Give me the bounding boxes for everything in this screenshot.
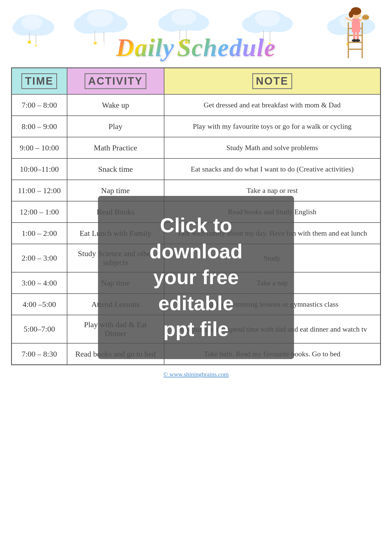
td-note-7: Study <box>164 244 381 272</box>
svg-point-2 <box>28 19 54 36</box>
td-note-11: Take bath. Read my favourite books. Go t… <box>164 343 381 365</box>
schedule-table: TIME ACTIVITY NOTE 7:00 – 8:00Wake upGet… <box>11 67 381 365</box>
svg-rect-47 <box>352 19 360 32</box>
td-note-9: Attend swimming lessons or gymnastics cl… <box>164 294 381 315</box>
th-activity-label: ACTIVITY <box>85 73 146 89</box>
th-note: NOTE <box>164 68 381 95</box>
svg-rect-38 <box>348 22 349 58</box>
td-time-11: 7:00 – 8:30 <box>12 343 67 365</box>
td-time-10: 5:00–7:00 <box>12 315 67 343</box>
svg-text:⭐: ⭐ <box>93 41 98 45</box>
td-note-5: Read books and Study English <box>164 201 381 223</box>
table-header-row: TIME ACTIVITY NOTE <box>12 68 381 95</box>
td-note-0: Get dressed and eat breakfast with mom &… <box>164 94 381 116</box>
table-row: 11:00 – 12:00Nap timeTake a nap or rest <box>12 180 381 201</box>
svg-point-5 <box>28 41 31 44</box>
table-row: 7:00 – 8:30Read books and go to bedTake … <box>12 343 381 365</box>
page-wrapper: ★ ⭐ ☽ ★ <box>0 0 392 555</box>
svg-text:☽: ☽ <box>102 42 105 46</box>
schedule-tbody: 7:00 – 8:00Wake upGet dressed and eat br… <box>12 94 381 365</box>
td-note-2: Study Math and solve problems <box>164 137 381 158</box>
td-note-4: Take a nap or rest <box>164 180 381 201</box>
svg-rect-50 <box>353 32 355 40</box>
td-time-8: 3:00 – 4:00 <box>12 272 67 294</box>
table-row: 2:00 – 3:00Study Science and other subje… <box>12 244 381 272</box>
header: ★ ⭐ ☽ ★ <box>11 6 381 65</box>
svg-point-3 <box>22 15 42 30</box>
svg-rect-43 <box>348 49 363 50</box>
td-activity-5: Read Books <box>67 201 164 223</box>
table-row: 8:00 – 9:00PlayPlay with my favourite to… <box>12 116 381 137</box>
td-time-7: 2:00 – 3:00 <box>12 244 67 272</box>
td-time-3: 10:00–11:00 <box>12 158 67 180</box>
td-note-8: Take a nap <box>164 272 381 294</box>
svg-rect-51 <box>357 32 359 40</box>
svg-point-53 <box>355 39 360 42</box>
td-note-3: Eat snacks and do what I want to do (Cre… <box>164 158 381 180</box>
td-activity-6: Eat Lunch with Family <box>67 223 164 244</box>
svg-point-9 <box>74 16 103 34</box>
th-time-label: TIME <box>21 73 57 89</box>
svg-text:★: ★ <box>34 43 37 47</box>
td-activity-1: Play <box>67 116 164 137</box>
td-activity-3: Snack time <box>67 158 164 180</box>
td-time-2: 9:00 – 10:00 <box>12 137 67 158</box>
title-schedule: Schedule <box>177 33 276 62</box>
th-activity: ACTIVITY <box>67 68 164 95</box>
svg-point-27 <box>255 11 280 27</box>
table-row: 4:00 –5:00Attend LessonsAttend swimming … <box>12 294 381 315</box>
svg-point-1 <box>12 20 36 36</box>
td-time-1: 8:00 – 9:00 <box>12 116 67 137</box>
svg-point-26 <box>266 16 293 32</box>
svg-point-10 <box>99 15 128 32</box>
td-time-4: 11:00 – 12:00 <box>12 180 67 201</box>
svg-rect-55 <box>362 16 369 19</box>
td-note-1: Play with my favourite toys or go for a … <box>164 116 381 137</box>
footer: © www.shiningbrains.com <box>163 371 229 378</box>
svg-rect-39 <box>362 22 363 58</box>
footer-website: © www.shiningbrains.com <box>163 371 229 378</box>
svg-rect-42 <box>348 42 363 43</box>
td-time-5: 12:00 – 1:00 <box>12 201 67 223</box>
td-note-10: Play puzzles and spend time with dad and… <box>164 315 381 343</box>
td-activity-4: Nap time <box>67 180 164 201</box>
svg-point-18 <box>182 14 209 31</box>
td-time-9: 4:00 –5:00 <box>12 294 67 315</box>
th-time: TIME <box>12 68 67 95</box>
svg-point-19 <box>171 9 196 25</box>
girl-illustration <box>339 6 373 61</box>
svg-point-8 <box>79 9 121 33</box>
td-time-0: 7:00 – 8:00 <box>12 94 67 116</box>
td-time-6: 1:00 – 2:00 <box>12 223 67 244</box>
svg-point-25 <box>242 16 269 33</box>
table-row: 3:00 – 4:00Nap timeTake a nap <box>12 272 381 294</box>
svg-point-17 <box>158 14 185 32</box>
table-row: 5:00–7:00Play with dad & Eat DinnerPlay … <box>12 315 381 343</box>
td-note-6: Talk with family about my day. Have fun … <box>164 223 381 244</box>
title-daily: Daily <box>116 33 174 62</box>
table-row: 10:00–11:00Snack timeEat snacks and do w… <box>12 158 381 180</box>
svg-point-11 <box>87 10 113 27</box>
th-note-label: NOTE <box>252 73 292 89</box>
td-activity-10: Play with dad & Eat Dinner <box>67 315 164 343</box>
svg-line-48 <box>346 18 352 21</box>
table-row: 9:00 – 10:00Math PracticeStudy Math and … <box>12 137 381 158</box>
svg-point-24 <box>248 10 287 32</box>
td-activity-11: Read books and go to bed <box>67 343 164 365</box>
svg-point-46 <box>349 11 353 18</box>
td-activity-7: Study Science and other subjects <box>67 244 164 272</box>
td-activity-0: Wake up <box>67 94 164 116</box>
table-row: 7:00 – 8:00Wake upGet dressed and eat br… <box>12 94 381 116</box>
td-activity-8: Nap time <box>67 272 164 294</box>
td-activity-9: Attend Lessons <box>67 294 164 315</box>
svg-point-0 <box>15 15 49 36</box>
td-activity-2: Math Practice <box>67 137 164 158</box>
title-container: Daily Schedule <box>116 33 276 62</box>
svg-point-16 <box>164 9 203 31</box>
table-row: 1:00 – 2:00Eat Lunch with FamilyTalk wit… <box>12 223 381 244</box>
table-row: 12:00 – 1:00Read BooksRead books and Stu… <box>12 201 381 223</box>
